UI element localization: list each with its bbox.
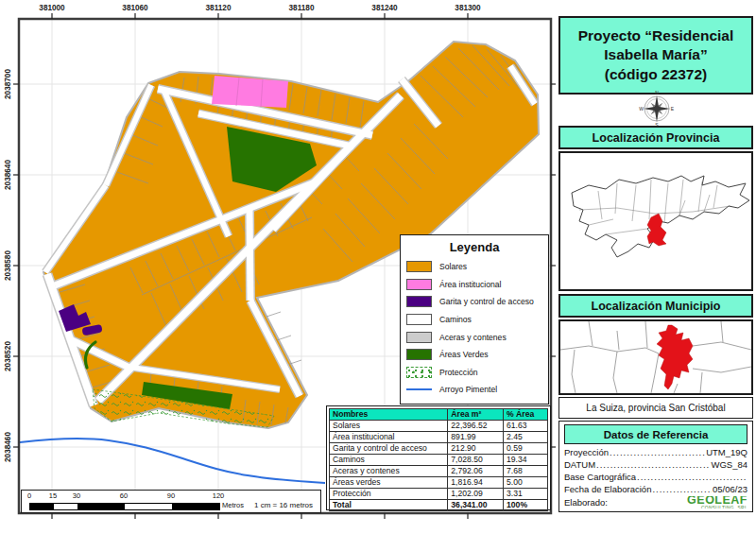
table-cell: 22,396.52 <box>448 421 504 432</box>
table-cell: 36,341.00 <box>448 500 504 511</box>
scale-bar-segment <box>172 504 219 509</box>
table-cell: Caminos <box>330 455 448 466</box>
x-coordinate-label: 381060 <box>122 4 148 12</box>
legend-item: Garita y control de acceso <box>406 293 542 311</box>
municipio-highlight <box>657 325 693 389</box>
table-header-cell: Área m² <box>448 409 504 421</box>
scale-bar-number: 90 <box>167 491 175 500</box>
reference-row: Base Cartográfica.......................… <box>564 472 747 484</box>
table-cell: 7,028.50 <box>448 455 504 466</box>
north-arrow-icon: N E S W <box>638 90 676 128</box>
area-table-box: NombresÁrea m²% ÁreaSolares22,396.5261.6… <box>326 405 551 510</box>
reference-value: WGS_84 <box>711 459 747 470</box>
table-cell: 5.00 <box>504 477 548 489</box>
table-cell: Protección <box>330 489 448 500</box>
reference-value: UTM_19Q <box>706 447 747 457</box>
dominican-republic-map <box>560 153 751 289</box>
reference-header: Datos de Referencia <box>564 424 747 444</box>
province-locator-map <box>558 151 753 291</box>
table-cell: 891.99 <box>448 432 504 443</box>
dotted-leader: ........................................… <box>652 484 712 494</box>
x-coordinate-label: 381000 <box>39 4 65 12</box>
table-cell: Áreas verdes <box>330 477 448 489</box>
table-header-row: NombresÁrea m²% Área <box>330 409 548 421</box>
dotted-leader: ........................................… <box>610 447 705 457</box>
reference-label: Elaborado: <box>564 497 608 508</box>
legend-item-label: Área institucional <box>439 280 501 289</box>
table-cell: 19.34 <box>504 455 548 466</box>
table-cell: Aceras y contenes <box>330 466 448 477</box>
legend-item-label: Protección <box>439 368 478 377</box>
scale-bar-segment <box>30 504 54 509</box>
legend-item-label: Arroyo Pimentel <box>439 385 497 394</box>
table-row: Caminos7,028.5019.34 <box>330 455 548 466</box>
legend-swatch-fill <box>406 261 432 272</box>
reference-label: Proyección <box>564 447 609 457</box>
dotted-leader: ........................................… <box>637 472 747 482</box>
table-cell: 212.90 <box>448 443 504 455</box>
table-row: Áreas verdes1,816.945.00 <box>330 477 548 489</box>
reference-row: Fecha de Elaboración....................… <box>564 484 747 496</box>
table-row: Aceras y contenes2,792.067.68 <box>330 466 548 477</box>
reference-label: Base Cartográfica <box>564 472 636 482</box>
reference-label: Fecha de Elaboración <box>564 484 651 494</box>
table-cell: Solares <box>330 421 448 432</box>
scale-bar-segment <box>77 504 125 509</box>
legend-item: Aceras y contenes <box>406 328 542 346</box>
area-institucional <box>212 76 288 108</box>
municipio-section-header: Localización Municipio <box>558 294 753 318</box>
municipio-locator-map <box>558 319 753 395</box>
area-table: NombresÁrea m²% ÁreaSolares22,396.5261.6… <box>329 408 548 511</box>
legend-item-label: Aceras y contenes <box>439 333 507 342</box>
legend-title: Leyenda <box>406 240 542 254</box>
x-coordinate-label: 381120 <box>206 4 232 12</box>
scale-bar-segment <box>125 504 172 509</box>
y-coordinate-label: 2038640 <box>4 160 12 190</box>
reference-row: Proyección..............................… <box>564 447 747 459</box>
table-header-cell: % Área <box>504 409 548 421</box>
legend-item-label: Garita y control de acceso <box>439 297 534 306</box>
legend-swatch-fill <box>406 296 432 307</box>
legend-item-label: Solares <box>439 262 467 271</box>
scale-bar-box: 015306090120 Metros 1 cm = 16 metros <box>21 490 321 513</box>
legend-item: Arroyo Pimentel <box>406 381 542 399</box>
legend-item: Solares <box>406 258 542 276</box>
logo-name: GEOLEAF <box>687 496 747 507</box>
geoleaf-logo: GEOLEAFCONSULTING, SRL <box>687 496 747 508</box>
table-cell: 7.68 <box>504 466 548 477</box>
project-title-line3: (código 22372) <box>578 65 734 84</box>
legend-item: Caminos <box>406 311 542 329</box>
map-layout-sheet: 381000 381060 381120 381180 381240 38130… <box>0 0 756 534</box>
legend-swatch-pattern <box>406 367 432 378</box>
municipio-map <box>560 321 751 393</box>
y-coordinate-label: 2038580 <box>4 250 12 281</box>
province-section-header: Localización Provincia <box>558 126 753 149</box>
legend-item: Áreas Verdes <box>406 346 542 364</box>
reference-data-box: Datos de Referencia Proyección..........… <box>558 421 753 512</box>
table-row: Protección1,202.093.31 <box>330 489 548 500</box>
legend-item: Área institucional <box>406 276 542 294</box>
location-caption: La Suiza, provincia San Cristóbal <box>558 397 753 419</box>
legend: Leyenda SolaresÁrea institucionalGarita … <box>400 234 549 405</box>
table-row: Solares22,396.5261.63 <box>330 421 548 432</box>
x-coordinate-label: 381240 <box>371 4 398 12</box>
table-row: Área institucional891.992.45 <box>330 432 548 443</box>
scale-bar-number: 60 <box>120 491 128 500</box>
scale-bar <box>29 503 220 510</box>
table-cell: 3.31 <box>504 489 548 500</box>
scale-bar-number: 15 <box>49 491 57 500</box>
legend-item: Protección <box>406 364 542 382</box>
reference-label: DATUM <box>564 459 595 470</box>
table-cell: 2.45 <box>504 432 548 443</box>
table-cell: 1,202.09 <box>448 489 504 500</box>
y-coordinate-label: 2038700 <box>4 69 12 99</box>
table-cell: Total <box>330 500 448 511</box>
table-cell: 100% <box>504 500 548 511</box>
project-title: Proyecto “Residencial Isabella María” (c… <box>558 16 753 95</box>
legend-item-label: Caminos <box>439 315 472 324</box>
legend-item-label: Áreas Verdes <box>439 350 489 359</box>
y-coordinate-label: 2038460 <box>4 432 12 462</box>
table-row: Garita y control de acceso212.900.59 <box>330 443 548 455</box>
table-cell: 2,792.06 <box>448 466 504 477</box>
scale-ratio: 1 cm = 16 metros <box>254 501 313 509</box>
